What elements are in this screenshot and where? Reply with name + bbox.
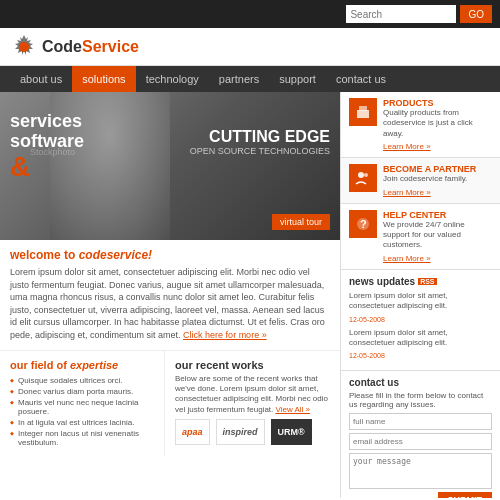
content-area: Stockphoto services software & CUTTING E…	[0, 92, 340, 498]
products-text: PRODUCTS Quality products from codeservi…	[383, 98, 492, 151]
list-item: Donec varius diam porta mauris.	[10, 386, 154, 397]
header: GO	[0, 0, 500, 28]
recent-works-body: Below are some of the recent works that …	[175, 374, 330, 416]
contact-message-input[interactable]	[349, 453, 492, 489]
news-date-2: 12-05-2008	[349, 352, 385, 359]
logo-bar: CodeService	[0, 28, 500, 66]
logo-icon	[10, 33, 38, 61]
svg-text:?: ?	[360, 218, 367, 230]
contact-description: Please fill in the form below to contact…	[349, 391, 492, 409]
people-icon	[355, 170, 371, 186]
welcome-read-more[interactable]: Click here for more »	[183, 330, 267, 340]
help-link[interactable]: Learn More »	[383, 254, 431, 263]
welcome-section: welcome to codeservice! Lorem ipsum dolo…	[0, 240, 340, 351]
help-heading: HELP CENTER	[383, 210, 492, 220]
works-logos: apaa inspired URM®	[175, 419, 330, 445]
nav-support[interactable]: support	[269, 66, 326, 92]
news-date-1: 12-05-2008	[349, 316, 385, 323]
partner-text: BECOME A PARTNER Join codeservice family…	[383, 164, 476, 196]
hero-cutting-edge: CUTTING EDGE OPEN SOURCE TECHNOLOGIES	[190, 127, 330, 156]
products-link[interactable]: Learn More »	[383, 142, 431, 151]
sidebar: PRODUCTS Quality products from codeservi…	[340, 92, 500, 498]
work-logo-inspired: inspired	[216, 419, 265, 445]
hero-banner: Stockphoto services software & CUTTING E…	[0, 92, 340, 240]
contact-section: contact us Please fill in the form below…	[341, 371, 500, 498]
search-button[interactable]: GO	[460, 5, 492, 23]
hero-sub-heading: OPEN SOURCE TECHNOLOGIES	[190, 146, 330, 156]
partner-link[interactable]: Learn More »	[383, 188, 431, 197]
products-body: Quality products from codeservice is jus…	[383, 108, 492, 139]
virtual-tour-button[interactable]: virtual tour	[272, 214, 330, 230]
work-logo-apaa: apaa	[175, 419, 210, 445]
partner-icon	[349, 164, 377, 192]
news-item: Lorem ipsum dolor sit amet, consectetuer…	[349, 328, 492, 361]
submit-button[interactable]: SUBMIT	[438, 492, 493, 498]
help-icon: ?	[349, 210, 377, 238]
nav-technology[interactable]: technology	[136, 66, 209, 92]
news-section: news updates RSS Lorem ipsum dolor sit a…	[341, 270, 500, 372]
help-text: HELP CENTER We provide 24/7 online suppo…	[383, 210, 492, 263]
logo-text: CodeService	[42, 38, 139, 56]
news-heading: news updates RSS	[349, 276, 492, 287]
products-icon	[349, 98, 377, 126]
partner-body: Join codeservice family.	[383, 174, 476, 184]
recent-works-section: our recent works Below are some of the r…	[165, 351, 340, 456]
nav-about[interactable]: about us	[10, 66, 72, 92]
sidebar-products: PRODUCTS Quality products from codeservi…	[341, 92, 500, 158]
news-item: Lorem ipsum dolor sit amet, consectetuer…	[349, 291, 492, 324]
box-icon	[355, 104, 371, 120]
view-all-link[interactable]: View All »	[276, 405, 311, 414]
nav-solutions[interactable]: solutions	[72, 66, 135, 92]
search-bar: GO	[346, 5, 492, 23]
list-item: Quisque sodales ultrices orci.	[10, 375, 154, 386]
recent-works-heading: our recent works	[175, 359, 330, 371]
nav-partners[interactable]: partners	[209, 66, 269, 92]
news-body-1: Lorem ipsum dolor sit amet, consectetuer…	[349, 291, 492, 312]
bottom-sections: our field of expertise Quisque sodales u…	[0, 351, 340, 456]
expertise-section: our field of expertise Quisque sodales u…	[0, 351, 165, 456]
svg-point-5	[364, 173, 368, 177]
sidebar-help: ? HELP CENTER We provide 24/7 online sup…	[341, 204, 500, 270]
welcome-body: Lorem ipsum dolor sit amet, consectetuer…	[10, 266, 330, 342]
expertise-list: Quisque sodales ultrices orci. Donec var…	[10, 375, 154, 448]
hero-main-heading: CUTTING EDGE	[190, 127, 330, 146]
svg-rect-3	[359, 106, 367, 111]
list-item: Mauris vel nunc nec neque lacinia posuer…	[10, 397, 154, 417]
question-icon: ?	[355, 216, 371, 232]
work-logo-urm: URM®	[271, 419, 312, 445]
welcome-heading: welcome to codeservice!	[10, 248, 330, 262]
list-item: In at ligula val est ultrices lacinia.	[10, 417, 154, 428]
main-layout: Stockphoto services software & CUTTING E…	[0, 92, 500, 498]
nav-contact[interactable]: contact us	[326, 66, 396, 92]
submit-row: SUBMIT	[349, 492, 492, 498]
news-body-2: Lorem ipsum dolor sit amet, consectetuer…	[349, 328, 492, 349]
contact-heading: contact us	[349, 377, 492, 388]
svg-point-4	[358, 172, 364, 178]
svg-point-1	[19, 42, 29, 52]
expertise-heading: our field of expertise	[10, 359, 154, 371]
contact-email-input[interactable]	[349, 433, 492, 450]
search-input[interactable]	[346, 5, 456, 23]
hero-services-heading: services software &	[10, 112, 84, 182]
hero-services-text: services software &	[10, 112, 84, 182]
nav: about us solutions technology partners s…	[0, 66, 500, 92]
list-item: Integer non lacus ut nisi venenatis vest…	[10, 428, 154, 448]
logo: CodeService	[10, 33, 139, 61]
rss-icon: RSS	[418, 278, 436, 285]
svg-rect-2	[357, 110, 369, 118]
products-heading: PRODUCTS	[383, 98, 492, 108]
contact-name-input[interactable]	[349, 413, 492, 430]
sidebar-partner: BECOME A PARTNER Join codeservice family…	[341, 158, 500, 203]
partner-heading: BECOME A PARTNER	[383, 164, 476, 174]
help-body: We provide 24/7 online support for our v…	[383, 220, 492, 251]
